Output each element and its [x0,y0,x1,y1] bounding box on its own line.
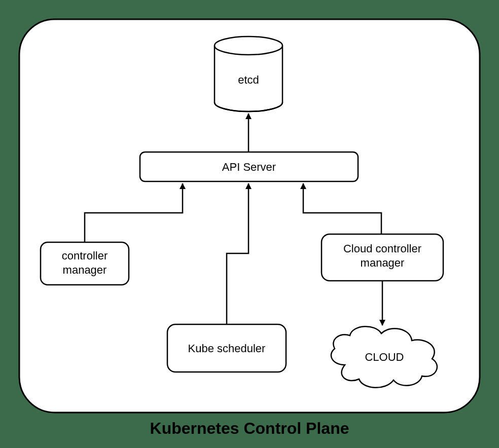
cloud-controller-manager-label-2: manager [361,256,405,269]
cloud-controller-manager-node: Cloud controller manager [322,234,443,281]
kube-scheduler-label: Kube scheduler [188,342,266,355]
controller-manager-label-1: controller [62,249,108,262]
api-server-label: API Server [222,161,276,173]
diagram-title: Kubernetes Control Plane [150,419,349,437]
svg-point-5 [215,36,282,55]
controller-manager-label-2: manager [63,264,107,276]
diagram-svg: etcd API Server controller manager Kube … [0,0,499,448]
cloud-controller-manager-label-1: Cloud controller [343,242,421,255]
api-server-node: API Server [140,152,358,181]
etcd-node: etcd [215,36,282,111]
kube-scheduler-node: Kube scheduler [167,324,286,372]
controller-manager-node: controller manager [41,242,129,285]
cloud-label: CLOUD [365,351,404,363]
kubernetes-control-plane-diagram: etcd API Server controller manager Kube … [0,0,499,448]
etcd-label: etcd [238,73,259,86]
